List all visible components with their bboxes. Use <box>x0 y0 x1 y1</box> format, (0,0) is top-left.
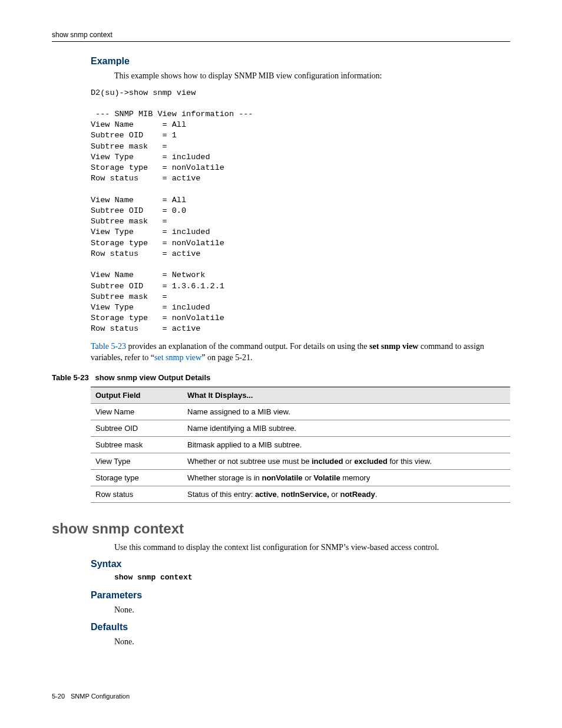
page-footer: 5-20SNMP Configuration <box>52 693 130 700</box>
page-number: 5-20 <box>52 693 65 700</box>
defaults-heading: Defaults <box>91 622 510 633</box>
table-cell-field: View Name <box>91 403 183 420</box>
chapter-title: SNMP Configuration <box>71 693 130 700</box>
text-segment: ” on page 5-21. <box>201 353 252 362</box>
table-row: View Name Name assigned to a MIB view. <box>91 403 510 420</box>
running-head: show snmp context <box>52 31 510 39</box>
example-followup: Table 5-23 provides an explanation of th… <box>91 341 510 364</box>
command-intro: Use this command to display the context … <box>114 542 510 554</box>
table-caption: Table 5-23 show snmp view Output Details <box>52 373 510 382</box>
table-cell-desc: Whether storage is in nonVolatile or Vol… <box>183 469 510 486</box>
table-cell-field: Storage type <box>91 469 183 486</box>
example-heading: Example <box>91 56 510 67</box>
command-name-bold: set snmp view <box>369 342 418 351</box>
text-segment: provides an explanation of the command o… <box>126 342 369 351</box>
syntax-text: show snmp context <box>114 573 510 582</box>
table-ref-link[interactable]: Table 5-23 <box>91 342 126 351</box>
table-cell-desc: Whether or not subtree use must be inclu… <box>183 453 510 469</box>
parameters-heading: Parameters <box>91 590 510 601</box>
table-header-desc: What It Displays... <box>183 387 510 403</box>
table-cell-desc: Status of this entry: active, notInServi… <box>183 486 510 502</box>
table-cell-desc: Name assigned to a MIB view. <box>183 403 510 420</box>
table-row: Subtree mask Bitmask applied to a MIB su… <box>91 436 510 453</box>
table-cell-field: Subtree mask <box>91 436 183 453</box>
header-rule <box>52 41 510 42</box>
cross-ref-link[interactable]: set snmp view <box>154 353 201 362</box>
table-header-field: Output Field <box>91 387 183 403</box>
example-intro: This example shows how to display SNMP M… <box>114 70 510 82</box>
table-row: Subtree OID Name identifying a MIB subtr… <box>91 420 510 436</box>
table-row: Storage type Whether storage is in nonVo… <box>91 469 510 486</box>
table-cell-desc: Bitmask applied to a MIB subtree. <box>183 436 510 453</box>
table-cell-field: Row status <box>91 486 183 502</box>
parameters-body: None. <box>114 604 510 616</box>
syntax-heading: Syntax <box>91 559 510 569</box>
table-row: View Type Whether or not subtree use mus… <box>91 453 510 469</box>
defaults-body: None. <box>114 636 510 648</box>
table-title: show snmp view Output Details <box>95 373 210 382</box>
table-cell-field: Subtree OID <box>91 420 183 436</box>
table-label: Table 5-23 <box>52 373 89 382</box>
output-details-table: Output Field What It Displays... View Na… <box>91 387 510 503</box>
table-row: Row status Status of this entry: active,… <box>91 486 510 502</box>
table-cell-field: View Type <box>91 453 183 469</box>
terminal-output: D2(su)->show snmp view --- SNMP MIB View… <box>91 88 510 335</box>
table-cell-desc: Name identifying a MIB subtree. <box>183 420 510 436</box>
command-title: show snmp context <box>52 521 510 537</box>
